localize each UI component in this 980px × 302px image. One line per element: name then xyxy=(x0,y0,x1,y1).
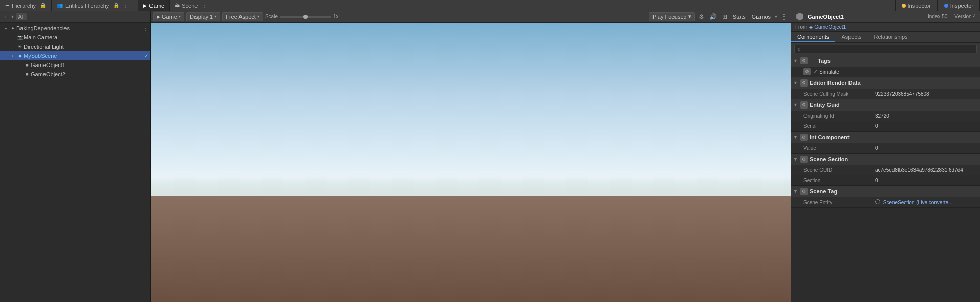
tree-item-go1[interactable]: ■ GameObject1 xyxy=(0,60,150,70)
int-component-header[interactable]: ▼ ⚙ Int Component xyxy=(791,132,980,143)
tab-components[interactable]: Components xyxy=(791,32,835,42)
tab-inspector-2[interactable]: Inspector xyxy=(938,0,980,11)
simulate-label: Simulate xyxy=(819,69,839,75)
section-editor-render-data: ▼ ⚙ Editor Render Data Scene Culling Mas… xyxy=(791,77,980,99)
play-focused-label: Play Focused xyxy=(652,14,687,20)
originating-id-label: Originating Id xyxy=(803,113,875,119)
int-value-row: Value 0 xyxy=(791,143,980,153)
display-label: Display 1 xyxy=(190,14,213,20)
tab-inspector1-label: Inspector xyxy=(908,3,931,9)
subscene-arrow: ▸ xyxy=(9,53,16,58)
aspect-dropdown[interactable]: Free Aspect ▾ xyxy=(222,12,263,21)
inspector-version: Version 4 xyxy=(954,14,976,19)
entities-more-icon: ⋮ xyxy=(121,3,128,8)
game-mode-dropdown[interactable]: ▶ Game ▾ xyxy=(153,12,184,21)
tab-inspector-1[interactable]: Inspector xyxy=(895,0,938,11)
inspector-tabs-bar: Components Aspects Relationships xyxy=(791,32,980,43)
section-int-component: ▼ ⚙ Int Component Value 0 xyxy=(791,132,980,154)
tab-scene[interactable]: 🏔 Scene ⋮ xyxy=(170,0,212,11)
inspector-search-input[interactable] xyxy=(794,45,977,53)
tree-item-baking[interactable]: ▸ ● BakingDependencies ⋮ xyxy=(0,24,150,33)
entities-icon: 👥 xyxy=(57,3,63,8)
tab-aspects-label: Aspects xyxy=(841,34,861,40)
toolbar-more-icon[interactable]: ⋮ xyxy=(779,13,789,20)
hierarchy-panel: + ▾ All ▸ ● BakingDependencies ⋮ 📷 Main … xyxy=(0,11,151,302)
inspector1-dot xyxy=(902,4,906,8)
play-focused-dropdown[interactable]: Play Focused ▾ xyxy=(649,12,695,21)
center-tabs: ▶ Game 🏔 Scene ⋮ xyxy=(138,0,212,11)
hex-icon xyxy=(795,12,804,21)
camera-label: Main Camera xyxy=(24,34,150,40)
camera-icon: 📷 xyxy=(16,35,24,40)
all-filter-btn[interactable]: All xyxy=(16,13,26,20)
scale-slider[interactable] xyxy=(280,16,331,18)
aspect-label: Free Aspect xyxy=(226,14,256,20)
inspector-panel: GameObject1 Index 50 Version 4 From ◈ Ga… xyxy=(791,11,980,302)
light-label: Directional Light xyxy=(24,44,150,50)
tree-item-subscene[interactable]: ▸ ◆ MySubScene ✓ xyxy=(0,51,150,60)
game-viewport xyxy=(151,23,791,302)
go2-label: GameObject2 xyxy=(31,71,150,77)
game-view: ▶ Game ▾ Display 1 ▾ Free Aspect ▾ Scale… xyxy=(151,11,791,302)
int-value-val: 0 xyxy=(875,145,976,151)
settings-icon-btn[interactable]: ⚙ xyxy=(697,13,706,20)
scene-section-header[interactable]: ▼ ⚙ Scene Section xyxy=(791,154,980,165)
entity-guid-title: Entity Guid xyxy=(810,102,840,108)
stats-btn[interactable]: Stats xyxy=(731,14,748,20)
int-value-label: Value xyxy=(803,145,875,151)
game-label: Game xyxy=(162,14,177,20)
tree-item-camera[interactable]: 📷 Main Camera xyxy=(0,33,150,42)
grid-icon-btn[interactable]: ⊞ xyxy=(721,13,729,20)
section-entity-guid: ▼ ⚙ Entity Guid Originating Id 32720 Ser… xyxy=(791,99,980,132)
tab-relationships[interactable]: Relationships xyxy=(868,32,914,42)
serial-value: 0 xyxy=(875,123,976,129)
subscene-check: ✓ xyxy=(144,53,148,59)
tree-item-go2[interactable]: ■ GameObject2 xyxy=(0,70,150,79)
scene-guid-row: Scene GUID ac7e5ed8fb3e1634a978622831f6d… xyxy=(791,165,980,175)
inspector-content: ▼ ⚙ Tags ⚙ ✓ Simulate ▼ ⚙ Editor Render … xyxy=(791,55,980,302)
scene-guid-label: Scene GUID xyxy=(803,167,875,173)
dropdown-arrow[interactable]: ▾ xyxy=(11,14,14,19)
scene-entity-value: SceneSection (Live converte... xyxy=(875,199,976,205)
tab-hierarchy[interactable]: ☰ Hierarchy 🔒 xyxy=(0,0,52,11)
audio-icon-btn[interactable]: 🔊 xyxy=(708,13,718,20)
scene-section-arrow: ▼ xyxy=(793,157,798,162)
scene-culling-value: 9223372036854775808 xyxy=(875,91,976,97)
from-object-name: GameObject1 xyxy=(814,24,846,30)
tab-entities-hierarchy[interactable]: 👥 Entities Hierarchy 🔒 ⋮ xyxy=(52,0,134,11)
tags-header[interactable]: ▼ ⚙ Tags xyxy=(791,55,980,67)
tab-aspects[interactable]: Aspects xyxy=(835,32,867,42)
scale-slider-dot xyxy=(303,15,308,19)
add-button[interactable]: + xyxy=(2,13,9,20)
simulate-gear-icon: ⚙ xyxy=(803,68,811,75)
section-scene-section: ▼ ⚙ Scene Section Scene GUID ac7e5ed8fb3… xyxy=(791,154,980,186)
inspector-obj-name: GameObject1 xyxy=(808,14,844,20)
ground xyxy=(151,196,791,302)
aspect-arrow: ▾ xyxy=(257,14,259,19)
left-tabs: ☰ Hierarchy 🔒 👥 Entities Hierarchy 🔒 ⋮ xyxy=(0,0,134,11)
scale-label: Scale xyxy=(265,14,278,19)
scene-icon: 🏔 xyxy=(175,3,180,8)
simulate-check: ✓ xyxy=(814,69,818,74)
inspector-tabs-group: Inspector Inspector xyxy=(895,0,981,11)
scene-tag-gear: ⚙ xyxy=(800,188,808,195)
tab-hierarchy-label: Hierarchy xyxy=(12,3,36,9)
scene-entity-circle-icon xyxy=(875,199,880,204)
scene-tag-arrow: ▼ xyxy=(793,189,798,194)
game-toolbar: ▶ Game ▾ Display 1 ▾ Free Aspect ▾ Scale… xyxy=(151,11,791,23)
scene-culling-mask-row: Scene Culling Mask 9223372036854775808 xyxy=(791,89,980,99)
gizmos-btn[interactable]: Gizmos xyxy=(750,14,773,20)
play-focused-arrow: ▾ xyxy=(688,13,691,20)
editor-render-data-header[interactable]: ▼ ⚙ Editor Render Data xyxy=(791,77,980,89)
display-dropdown[interactable]: Display 1 ▾ xyxy=(186,12,220,21)
section-num-row: Section 0 xyxy=(791,175,980,185)
section-scene-tag: ▼ ⚙ Scene Tag Scene Entity SceneSection … xyxy=(791,186,980,208)
tree-item-light[interactable]: ☀ Directional Light xyxy=(0,42,150,51)
scene-tag-header[interactable]: ▼ ⚙ Scene Tag xyxy=(791,186,980,197)
entity-guid-header[interactable]: ▼ ⚙ Entity Guid xyxy=(791,99,980,111)
baking-arrow: ▸ xyxy=(2,26,9,31)
tab-game[interactable]: ▶ Game xyxy=(138,0,170,11)
int-component-arrow: ▼ xyxy=(793,135,798,140)
baking-more: ⋮ xyxy=(143,26,150,31)
display-arrow: ▾ xyxy=(214,14,216,19)
